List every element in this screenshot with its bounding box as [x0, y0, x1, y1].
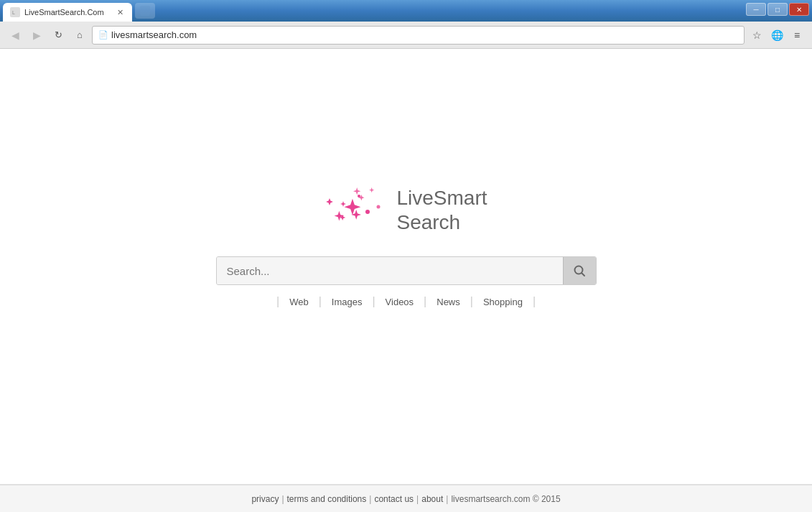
back-button[interactable]: ◀: [6, 26, 24, 45]
new-tab-button[interactable]: [135, 3, 155, 19]
logo-line1: LiveSmart: [396, 186, 487, 210]
search-link-videos[interactable]: Videos: [375, 297, 424, 307]
address-text: livesmartsearch.com: [111, 29, 738, 40]
page-content: LiveSmart Search | Web | Image: [0, 49, 812, 512]
search-links: | Web | Images | Videos | News | Shoppin…: [276, 295, 536, 308]
search-link-web[interactable]: Web: [279, 297, 319, 307]
svg-marker-6: [345, 199, 361, 215]
browser-window: L LiveSmartSearch.Com ✕ ─ □ ✕ ◀ ▶ ↻ ⌂ 📄 …: [0, 0, 812, 512]
nav-right-buttons: ☆ 🌐 ≡: [747, 26, 806, 45]
globe-button[interactable]: 🌐: [767, 26, 786, 45]
search-input[interactable]: [217, 257, 563, 284]
svg-marker-4: [327, 198, 334, 205]
maximize-button[interactable]: □: [767, 3, 788, 16]
search-link-images[interactable]: Images: [322, 297, 373, 307]
search-button[interactable]: [563, 257, 596, 284]
logo-line2: Search: [396, 210, 487, 235]
svg-rect-2: [140, 6, 150, 16]
search-box: [216, 256, 597, 285]
footer-sep-1: |: [281, 494, 284, 504]
menu-button[interactable]: ≡: [788, 26, 806, 45]
svg-line-16: [582, 274, 585, 276]
title-bar: L LiveSmartSearch.Com ✕ ─ □ ✕: [0, 0, 812, 22]
svg-point-11: [365, 210, 370, 214]
search-link-news[interactable]: News: [426, 297, 470, 307]
window-controls: ─ □ ✕: [746, 3, 809, 16]
footer-sep-3: |: [416, 494, 419, 504]
logo-text: LiveSmart Search: [396, 186, 487, 234]
footer-terms-link[interactable]: terms and conditions: [287, 494, 367, 504]
svg-text:L: L: [12, 10, 15, 15]
tab-close-button[interactable]: ✕: [115, 7, 125, 17]
footer-about-link[interactable]: about: [421, 494, 443, 504]
page-icon: 📄: [98, 30, 108, 39]
logo-container: LiveSmart Search: [325, 182, 487, 239]
svg-point-13: [358, 195, 360, 197]
forward-button[interactable]: ▶: [27, 26, 46, 45]
footer-privacy-link[interactable]: privacy: [251, 494, 279, 504]
footer-sep-4: |: [446, 494, 448, 504]
main-area: LiveSmart Search | Web | Image: [0, 49, 812, 484]
footer-copyright: livesmartsearch.com © 2015: [451, 494, 560, 504]
footer: privacy | terms and conditions | contact…: [0, 485, 812, 512]
svg-marker-8: [353, 187, 360, 195]
bookmark-button[interactable]: ☆: [747, 26, 766, 45]
minimize-button[interactable]: ─: [746, 3, 766, 16]
logo-icon: [325, 182, 389, 239]
address-bar[interactable]: 📄 livesmartsearch.com: [92, 26, 745, 45]
footer-contact-link[interactable]: contact us: [374, 494, 414, 504]
divider-after-shopping: |: [533, 295, 536, 308]
tab-title: LiveSmartSearch.Com: [24, 8, 111, 17]
search-link-shopping[interactable]: Shopping: [473, 297, 533, 307]
navigation-bar: ◀ ▶ ↻ ⌂ 📄 livesmartsearch.com ☆ 🌐 ≡: [0, 22, 812, 49]
footer-sep-2: |: [369, 494, 371, 504]
search-icon: [573, 264, 586, 277]
svg-marker-10: [370, 187, 375, 192]
refresh-button[interactable]: ↻: [49, 26, 67, 45]
svg-marker-14: [340, 201, 346, 207]
tab-favicon: L: [10, 7, 20, 17]
active-tab[interactable]: L LiveSmartSearch.Com ✕: [3, 3, 132, 22]
svg-point-12: [377, 205, 381, 209]
home-button[interactable]: ⌂: [70, 26, 89, 45]
close-button[interactable]: ✕: [789, 3, 809, 16]
